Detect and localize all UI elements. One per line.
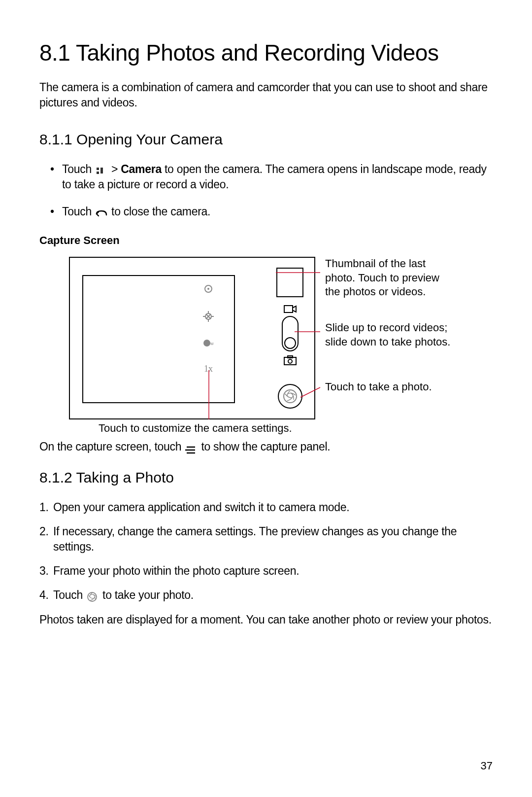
video-mode-icon <box>284 305 297 315</box>
apps-grid-icon <box>96 165 107 175</box>
text: On the capture screen, touch <box>39 440 184 453</box>
step-item: Frame your photo within the photo captur… <box>39 563 493 579</box>
mode-slider-handle <box>284 337 296 349</box>
capture-panel-paragraph: On the capture screen, touch to show the… <box>39 439 493 454</box>
svg-rect-14 <box>284 306 293 312</box>
svg-text:w: w <box>210 341 214 346</box>
text: to take your photo. <box>102 589 194 601</box>
callout-settings: Touch to customize the camera settings. <box>99 422 292 435</box>
closing-paragraph: Photos taken are displayed for a moment.… <box>39 612 493 627</box>
bullet-item: Touch to close the camera. <box>50 204 493 219</box>
svg-rect-2 <box>100 168 103 173</box>
step-item: If necessary, change the camera settings… <box>39 524 493 554</box>
shutter-small-icon <box>87 591 99 601</box>
callout-thumbnail: Thumbnail of the last photo. Touch to pr… <box>325 257 453 299</box>
subsection-heading-opening: 8.1.1 Opening Your Camera <box>39 131 493 148</box>
bullet-list-opening: Touch > Camera to open the camera. The c… <box>39 162 493 219</box>
steps-list: Open your camera application and switch … <box>39 500 493 603</box>
step-item: Open your camera application and switch … <box>39 500 493 515</box>
setting-gps-icon <box>203 311 214 322</box>
thumbnail-box <box>276 268 303 297</box>
page-number: 37 <box>481 760 493 772</box>
capture-screen-label: Capture Screen <box>39 234 493 247</box>
bullet-item: Touch > Camera to open the camera. The c… <box>50 162 493 192</box>
svg-point-18 <box>284 390 297 403</box>
callout-shutter: Touch to take a photo. <box>325 380 453 394</box>
text: Touch <box>62 205 95 218</box>
text: > <box>111 163 121 175</box>
setting-focus-icon <box>203 283 214 294</box>
capture-screen-figure: w 1x Thumbn <box>39 257 493 434</box>
text-bold: Camera <box>121 163 162 175</box>
text: to close the camera. <box>111 205 210 218</box>
callout-slider: Slide up to record videos; slide down to… <box>325 321 453 349</box>
document-page: 8.1 Taking Photos and Recording Videos T… <box>0 0 532 797</box>
text: Touch <box>62 163 95 175</box>
mode-slider <box>282 316 299 351</box>
svg-point-12 <box>203 340 210 347</box>
svg-rect-1 <box>97 172 99 174</box>
zoom-level-label: 1x <box>204 364 213 374</box>
shutter-button <box>278 384 302 409</box>
panel-menu-icon <box>185 443 197 452</box>
intro-paragraph: The camera is a combination of camera an… <box>39 80 493 110</box>
section-heading: 8.1 Taking Photos and Recording Videos <box>39 39 493 66</box>
text: to show the capture panel. <box>201 440 330 453</box>
camera-outer-frame: w 1x <box>69 257 315 419</box>
subsection-heading-taking: 8.1.2 Taking a Photo <box>39 469 493 486</box>
back-icon <box>96 208 107 217</box>
text: Touch <box>53 589 86 601</box>
svg-rect-0 <box>97 168 99 170</box>
svg-point-4 <box>207 288 209 290</box>
setting-wb-icon: w <box>203 338 214 348</box>
step-item: Touch to take your photo. <box>39 588 493 603</box>
photo-mode-icon <box>284 355 297 367</box>
svg-point-17 <box>288 359 292 363</box>
